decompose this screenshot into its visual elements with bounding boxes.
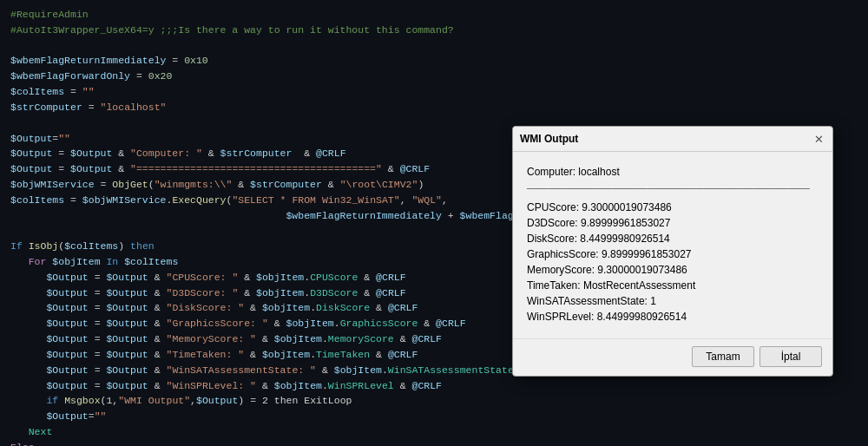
dialog-field-memory: MemoryScore: 9.30000019073486 bbox=[527, 262, 819, 278]
dialog-ok-button[interactable]: Tamam bbox=[692, 346, 754, 367]
dialog-computer-line: Computer: localhost bbox=[527, 164, 819, 180]
code-line: $colItems = "" bbox=[10, 84, 858, 100]
dialog-field-timetaken: TimeTaken: MostRecentAssessment bbox=[527, 278, 819, 293]
code-line: $wbemFlagReturnImmediately = 0x10 bbox=[10, 53, 858, 69]
dialog-content: Computer: localhost ────────────────────… bbox=[513, 152, 832, 333]
code-line: Next bbox=[10, 424, 858, 440]
dialog-separator: ──────────────────────────────────────── bbox=[527, 181, 819, 196]
dialog-field-winspr: WinSPRLevel: 8.44999980926514 bbox=[527, 309, 819, 325]
dialog-field-cpu: CPUScore: 9.30000019073486 bbox=[527, 200, 819, 215]
code-line: #RequireAdmin bbox=[10, 7, 858, 23]
dialog-field-winsat: WinSATAssessmentState: 1 bbox=[527, 293, 819, 309]
code-line: $Output="" bbox=[10, 409, 858, 424]
dialog-field-graphics: GraphicsScore: 9.89999961853027 bbox=[527, 246, 819, 262]
dialog-titlebar: WMI Output ✕ bbox=[513, 127, 832, 152]
code-line: $wbemFlagForwardOnly = 0x20 bbox=[10, 69, 858, 84]
code-line: if Msgbox(1,"WMI Output",$Output) = 2 th… bbox=[10, 393, 858, 409]
dialog-title: WMI Output bbox=[520, 133, 578, 145]
code-line: $strComputer = "localhost" bbox=[10, 100, 858, 115]
wmi-output-dialog[interactable]: WMI Output ✕ Computer: localhost ───────… bbox=[512, 126, 833, 377]
dialog-close-button[interactable]: ✕ bbox=[812, 132, 825, 146]
code-line: Else bbox=[10, 440, 858, 446]
code-line bbox=[10, 38, 858, 54]
dialog-buttons: Tamam İptal bbox=[513, 338, 832, 376]
dialog-cancel-button[interactable]: İptal bbox=[760, 346, 822, 367]
dialog-field-disk: DiskScore: 8.44999980926514 bbox=[527, 231, 819, 246]
dialog-field-d3d: D3DScore: 9.89999961853027 bbox=[527, 215, 819, 231]
code-line: $Output = $Output & "WinSPRLevel: " & $o… bbox=[10, 378, 858, 394]
code-line: #AutoIt3Wrapper_UseX64=y ;;;Is there a w… bbox=[10, 23, 858, 38]
